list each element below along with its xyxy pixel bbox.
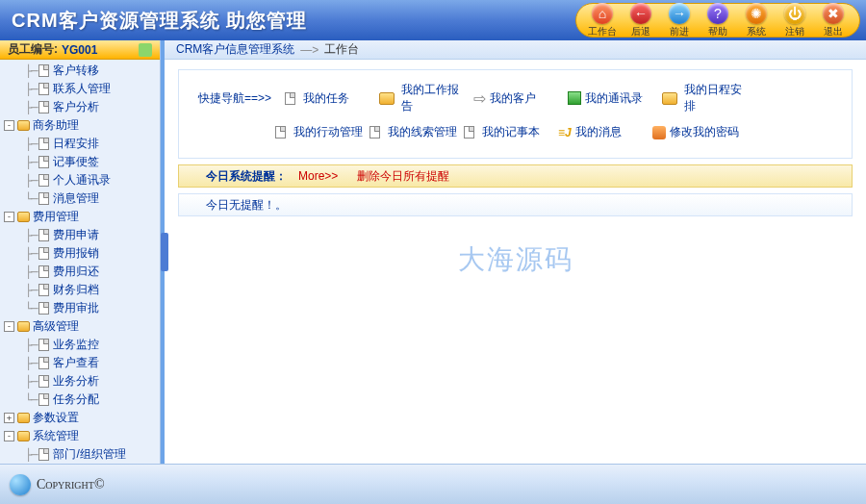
user-id: YG001 xyxy=(62,43,97,57)
toolbar-forward[interactable]: →前进 xyxy=(661,3,698,38)
resize-handle[interactable] xyxy=(161,233,168,271)
quick-nav: 快捷导航==>> 我的任务我的工作报告⇨我的客户我的通讯录我的日程安排 我的行动… xyxy=(178,69,853,159)
tree-leaf[interactable]: ├─费用报销 xyxy=(0,244,160,263)
tree-leaf[interactable]: ├─部门/组织管理 xyxy=(0,445,160,464)
tree-leaf[interactable]: ├─客户分析 xyxy=(0,98,160,116)
quicknav-my-messages[interactable]: ≡J我的消息 xyxy=(558,124,647,140)
toolbar-logout[interactable]: ⏻注销 xyxy=(777,3,813,38)
expander-icon[interactable]: - xyxy=(4,321,14,332)
tree-folder[interactable]: -高级管理 xyxy=(0,317,160,336)
tree-leaf[interactable]: ├─费用申请 xyxy=(0,226,160,244)
forward-icon: → xyxy=(669,3,690,24)
user-label: 员工编号: xyxy=(8,41,58,58)
reminder-delete-link[interactable]: 删除今日所有提醒 xyxy=(357,168,449,185)
page-icon xyxy=(38,339,49,351)
tree-leaf[interactable]: ├─费用归还 xyxy=(0,263,160,281)
tree-folder[interactable]: +参数设置 xyxy=(0,409,160,427)
tree-leaf[interactable]: ├─联系人管理 xyxy=(0,80,160,98)
page-icon xyxy=(38,83,49,95)
tree-folder[interactable]: -费用管理 xyxy=(0,208,160,226)
toolbar-help[interactable]: ?帮助 xyxy=(700,3,736,38)
tree-leaf[interactable]: └─任务分配 xyxy=(0,391,160,409)
quicknav-label: 快捷导航==>> xyxy=(198,90,271,107)
folder-icon xyxy=(17,413,30,423)
breadcrumb-sep: —> xyxy=(300,43,318,57)
quicknav-my-customers[interactable]: ⇨我的客户 xyxy=(473,89,562,108)
quicknav-my-reports[interactable]: 我的工作报告 xyxy=(379,82,468,114)
page-icon xyxy=(38,174,49,187)
expander-icon[interactable]: - xyxy=(4,431,14,441)
tree-leaf[interactable]: ├─日程安排 xyxy=(0,135,160,153)
watermark: 大海源码 xyxy=(458,241,573,278)
reminder-bar: 今日系统提醒： More>> 删除今日所有提醒 xyxy=(178,164,853,188)
quicknav-my-actions[interactable]: 我的行动管理 xyxy=(275,124,364,140)
workbench-icon: ⌂ xyxy=(592,3,613,24)
page-icon xyxy=(38,247,49,260)
quicknav-my-schedule[interactable]: 我的日程安排 xyxy=(662,82,751,114)
page-icon xyxy=(369,126,380,139)
logout-icon: ⏻ xyxy=(784,3,805,24)
folder-icon xyxy=(662,92,677,105)
breadcrumb-root[interactable]: CRM客户信息管理系统 xyxy=(176,41,294,58)
tree-folder[interactable]: -系统管理 xyxy=(0,427,160,445)
expander-icon[interactable]: - xyxy=(4,120,14,131)
tree-leaf[interactable]: └─费用审批 xyxy=(0,299,160,317)
tree-leaf[interactable]: ├─个人通讯录 xyxy=(0,171,160,189)
quicknav-my-leads[interactable]: 我的线索管理 xyxy=(369,124,458,140)
quicknav-my-contacts[interactable]: 我的通讯录 xyxy=(568,90,656,107)
folder-icon xyxy=(17,120,30,131)
tree-leaf[interactable]: ├─业务监控 xyxy=(0,336,160,354)
tree-leaf[interactable]: ├─业务分析 xyxy=(0,372,160,391)
tree-folder[interactable]: -商务助理 xyxy=(0,116,160,135)
tree-leaf[interactable]: ├─客户查看 xyxy=(0,354,160,372)
page-icon xyxy=(38,375,49,388)
page-icon xyxy=(38,101,49,113)
toolbar-exit[interactable]: ✖退出 xyxy=(815,3,852,38)
page-icon xyxy=(38,393,49,406)
toolbar-back[interactable]: ←后退 xyxy=(623,3,659,38)
tree-leaf[interactable]: ├─财务归档 xyxy=(0,281,160,299)
empty-text: 今日无提醒！。 xyxy=(206,197,287,214)
toolbar-system[interactable]: ✺系统 xyxy=(738,3,775,38)
arrow-icon: ⇨ xyxy=(473,89,486,108)
quicknav-my-notes[interactable]: 我的记事本 xyxy=(464,124,552,140)
page-icon xyxy=(38,64,49,77)
reminder-more-link[interactable]: More>> xyxy=(298,169,338,183)
page-icon xyxy=(38,357,49,369)
nav-tree: ├─客户转移├─联系人管理├─客户分析-商务助理├─日程安排├─记事便签├─个人… xyxy=(0,60,160,464)
page-icon xyxy=(275,126,286,139)
folder-icon xyxy=(17,431,30,441)
key-icon xyxy=(652,126,666,139)
page-icon xyxy=(285,92,295,105)
folder-icon xyxy=(17,321,30,332)
main-panel: CRM客户信息管理系统 —> 工作台 快捷导航==>> 我的任务我的工作报告⇨我… xyxy=(161,40,866,464)
edit-icon[interactable] xyxy=(139,43,152,57)
system-icon: ✺ xyxy=(746,3,767,24)
footer: Copyright© xyxy=(0,464,866,504)
toolbar-workbench[interactable]: ⌂工作台 xyxy=(584,3,621,38)
copyright: Copyright© xyxy=(37,477,105,492)
expander-icon[interactable]: + xyxy=(4,413,14,423)
reminder-empty: 今日无提醒！。 xyxy=(178,193,853,216)
page-icon xyxy=(38,284,49,296)
breadcrumb-current: 工作台 xyxy=(324,41,359,58)
quicknav-my-tasks[interactable]: 我的任务 xyxy=(285,90,373,107)
exit-icon: ✖ xyxy=(823,3,844,24)
page-icon xyxy=(38,265,49,278)
page-icon xyxy=(38,448,49,461)
page-icon xyxy=(38,192,49,205)
msg-icon: ≡J xyxy=(558,126,572,139)
sidebar-user-bar: 员工编号: YG001 xyxy=(0,40,160,60)
tree-leaf[interactable]: ├─记事便签 xyxy=(0,153,160,171)
page-icon xyxy=(464,126,474,139)
tree-leaf[interactable]: └─消息管理 xyxy=(0,189,160,208)
sidebar: 员工编号: YG001 ├─客户转移├─联系人管理├─客户分析-商务助理├─日程… xyxy=(0,40,161,464)
page-icon xyxy=(38,302,49,315)
tree-leaf[interactable]: ├─客户转移 xyxy=(0,62,160,80)
book-icon xyxy=(568,91,581,105)
quicknav-change-pwd[interactable]: 修改我的密码 xyxy=(652,124,741,140)
reminder-title: 今日系统提醒： xyxy=(206,168,287,185)
app-header: CRM客户资源管理系统 助您管理 ⌂工作台←后退→前进?帮助✺系统⏻注销✖退出 xyxy=(0,0,866,40)
expander-icon[interactable]: - xyxy=(4,212,14,222)
back-icon: ← xyxy=(630,3,651,24)
